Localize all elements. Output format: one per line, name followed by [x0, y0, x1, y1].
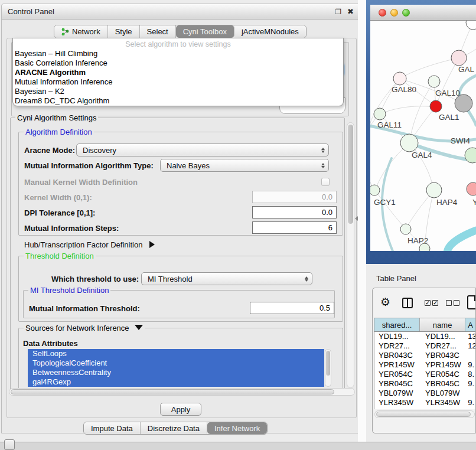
tab-cyni-toolbox[interactable]: Cyni Toolbox: [176, 25, 234, 38]
scrollbar-thumb[interactable]: [326, 351, 330, 376]
aracne-mode-combo[interactable]: Discovery: [76, 144, 329, 156]
tab-impute-data[interactable]: Impute Data: [84, 422, 141, 434]
dropdown-item-mutual-information-inference[interactable]: Mutual Information Inference: [13, 77, 343, 87]
attribute-item-betweennesscentrality[interactable]: BetweennessCentrality: [28, 368, 324, 377]
dropdown-placeholder: Select algorithm to view settings: [13, 40, 343, 49]
hub-section[interactable]: Hub/Transcription Factor Definition: [24, 240, 155, 249]
mi-type-value: Naive Bayes: [167, 161, 321, 170]
checked-column-icon[interactable]: ✓: [432, 300, 438, 306]
node-gal-pink[interactable]: [451, 50, 467, 66]
column-header-shared[interactable]: shared...: [374, 318, 420, 331]
kernel-width-field[interactable]: 0.0: [252, 191, 337, 203]
scrollbar-thumb[interactable]: [11, 389, 334, 394]
table-row[interactable]: YER054CYER054C8.: [374, 370, 476, 379]
minimize-traffic-light[interactable]: [390, 9, 398, 17]
zoom-traffic-light[interactable]: [402, 9, 410, 17]
table-cell: 9: [465, 407, 476, 409]
mi-steps-field[interactable]: 6: [252, 221, 337, 234]
tab-network[interactable]: Network: [54, 25, 108, 38]
table-horizontal-scrollbar[interactable]: [374, 410, 475, 418]
network-graph: GALGAL80GAL10GAL1GAL11SWI4GAL4GCY1HAP4YH…: [370, 21, 476, 251]
gear-icon[interactable]: ⚙: [380, 296, 390, 308]
tab-select[interactable]: Select: [140, 25, 176, 38]
column-header-name[interactable]: name: [420, 318, 465, 331]
table-row[interactable]: YDL19...YDL19...13: [374, 332, 476, 341]
float-icon[interactable]: ❐: [335, 8, 341, 16]
which-threshold-combo[interactable]: MI Threshold: [141, 272, 312, 285]
network-canvas[interactable]: GALGAL80GAL10GAL1GAL11SWI4GAL4GCY1HAP4YH…: [370, 21, 476, 251]
tab-discretize-data[interactable]: Discretize Data: [141, 422, 207, 434]
table-row[interactable]: YBL079WYBL079W: [374, 389, 476, 398]
kernel-width-label: Kernel Width (0,1):: [24, 193, 92, 202]
scrollbar-thumb[interactable]: [376, 412, 471, 417]
table-row[interactable]: YDR27...YDR27...12: [374, 341, 476, 351]
splitter-handle-icon[interactable]: [355, 216, 358, 221]
attribute-item-selfloops[interactable]: SelfLoops: [28, 349, 324, 358]
node-partial-top[interactable]: [466, 21, 476, 30]
node-hap2[interactable]: [400, 224, 411, 234]
table-row[interactable]: YPR145WYPR145W9.: [374, 360, 476, 370]
checked-column-icon[interactable]: ✓: [425, 300, 431, 306]
column-header-a[interactable]: A: [465, 318, 476, 331]
algorithm-dropdown: Select algorithm to view settings Bayesi…: [12, 38, 344, 106]
dropdown-item-aracne-algorithm[interactable]: ARACNE Algorithm: [13, 68, 343, 77]
dropdown-item-dream8-dc-tdc-algorithm[interactable]: Dream8 DC_TDC Algorithm: [13, 96, 343, 106]
manual-kernel-checkbox[interactable]: [321, 178, 330, 186]
node-label-gal4: GAL4: [412, 151, 432, 159]
node-salmon[interactable]: [467, 182, 476, 195]
table-cell: YPR145W: [374, 360, 420, 370]
dpi-tolerance-field[interactable]: 0.0: [252, 206, 337, 219]
table-cell: YIL052C: [420, 407, 465, 409]
node-gal1[interactable]: [430, 100, 442, 112]
node-label-y: Y: [472, 198, 476, 207]
table-cell: YBR043C: [374, 351, 420, 360]
table-row[interactable]: YIL052CYIL052C9: [374, 407, 476, 409]
table-row[interactable]: YLR345WYLR345W9.: [374, 398, 476, 407]
mi-steps-label: Mutual Information Steps:: [24, 224, 119, 233]
network-window-titlebar[interactable]: [370, 5, 476, 21]
node-gal11[interactable]: [374, 108, 386, 120]
tab-jactivemnodules[interactable]: jActiveMNodules: [234, 25, 306, 38]
scrollbar-thumb[interactable]: [348, 125, 353, 224]
node-gcy1[interactable]: [370, 185, 380, 195]
node-hap4[interactable]: [426, 182, 442, 198]
dropdown-item-bayesian-hill-climbing[interactable]: Bayesian – Hill Climbing: [13, 49, 343, 58]
apply-button-label: Apply: [171, 405, 191, 414]
network-icon: [61, 28, 69, 35]
dropdown-item-basic-correlation-inference[interactable]: Basic Correlation Inference: [13, 58, 343, 68]
dpi-tolerance-label: DPI Tolerance [0,1]:: [24, 208, 95, 217]
column-layout-icon[interactable]: [402, 298, 413, 308]
close-icon[interactable]: ✖: [347, 7, 354, 16]
sources-title[interactable]: Sources for Network Inference: [24, 324, 145, 332]
attribute-item-topologicalcoefficient[interactable]: TopologicalCoefficient: [28, 358, 324, 368]
unchecked-column-icon[interactable]: [446, 300, 452, 306]
unchecked-column-icon[interactable]: [454, 300, 459, 306]
settings-vertical-scrollbar[interactable]: [347, 122, 354, 388]
collapse-arrow-icon[interactable]: [135, 325, 143, 330]
data-attributes-list[interactable]: SelfLoopsTopologicalCoefficientBetweenne…: [28, 349, 324, 387]
mi-threshold-field[interactable]: 0.5: [250, 302, 334, 314]
minimized-window-icon[interactable]: [4, 439, 15, 450]
tab-label: Cyni Toolbox: [183, 27, 227, 36]
attribute-list-scrollbar[interactable]: [325, 349, 331, 387]
attribute-item-gal4rgexp[interactable]: gal4RGexp: [28, 377, 324, 387]
bottom-strip: [0, 442, 476, 450]
close-traffic-light[interactable]: [379, 9, 386, 17]
tab-infer-network[interactable]: Infer Network: [207, 422, 267, 434]
dpi-tolerance-value: 0.0: [322, 208, 332, 217]
tab-label: Impute Data: [91, 424, 133, 433]
expand-arrow-icon[interactable]: [149, 241, 155, 248]
apply-button[interactable]: Apply: [160, 403, 201, 416]
node-gal80[interactable]: [393, 72, 406, 85]
node-gal4[interactable]: [400, 134, 418, 152]
table-cell: YER054C: [420, 370, 465, 379]
table-cell: YLR345W: [420, 398, 465, 407]
table-row[interactable]: YBR045CYBR045C9.: [374, 379, 476, 389]
tab-style[interactable]: Style: [108, 25, 140, 38]
dropdown-item-bayesian-k2[interactable]: Bayesian – K2: [13, 87, 343, 96]
mi-type-combo[interactable]: Naive Bayes: [160, 159, 329, 172]
table-row[interactable]: YBR043CYBR043C: [374, 351, 476, 360]
node-gal10[interactable]: [428, 76, 440, 87]
file-icon[interactable]: [467, 295, 476, 309]
settings-horizontal-scrollbar[interactable]: [9, 388, 355, 396]
